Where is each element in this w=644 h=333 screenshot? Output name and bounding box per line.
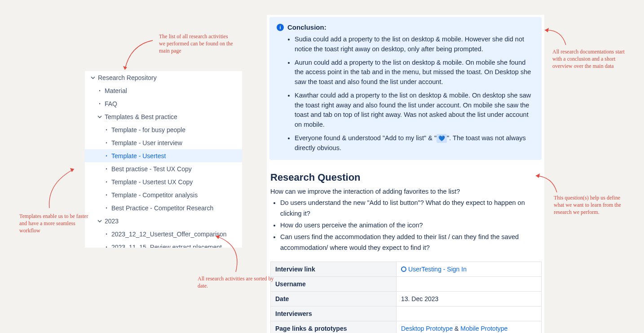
conclusion-item: Kawthar could add a property to the list… — [295, 91, 534, 130]
tree-label: Template - Usertest UX Copy — [110, 178, 193, 186]
bullet-icon: • — [96, 89, 103, 93]
tree-label: Template - Competitor analysis — [110, 191, 198, 199]
annotation: The list of all research activities we p… — [159, 33, 235, 55]
tree-label: FAQ — [103, 100, 117, 107]
tree-label: Material — [103, 87, 127, 94]
tree-item-faq[interactable]: • FAQ — [85, 97, 242, 110]
text: Everyone found & understood "Add to my l… — [295, 134, 437, 142]
table-row: Interviewers — [271, 306, 542, 321]
tree-item[interactable]: • Template - Competitor analysis — [85, 188, 242, 201]
tree-item[interactable]: • Template - for busy people — [85, 123, 242, 136]
tree-item[interactable]: • Best practise - Test UX Copy — [85, 162, 242, 175]
conclusion-item: Aurun could add a property to the list o… — [295, 58, 534, 87]
tree-label: Template - for busy people — [110, 126, 185, 133]
bullet-icon: • — [103, 141, 110, 145]
bullet-icon: • — [103, 232, 110, 236]
text: & — [453, 325, 460, 332]
chevron-down-icon — [96, 115, 103, 119]
tree-label: Template - User interview — [110, 139, 182, 147]
heart-icon: 💙 — [437, 134, 447, 143]
conclusion-title: Conclusion: — [287, 23, 326, 31]
row-label: Page links & prototypes — [271, 321, 397, 333]
table-row: Interview link UserTesting - Sign In — [271, 262, 542, 276]
row-label: Username — [271, 276, 397, 291]
annotation: This question(s) help us define what we … — [554, 194, 630, 216]
arrow-icon — [534, 172, 561, 195]
conclusion-item: Sudia could add a property to the list o… — [295, 35, 534, 54]
tree-item[interactable]: • Template - User interview — [85, 136, 242, 149]
tree-item-year[interactable]: 2023 — [85, 214, 242, 227]
conclusion-callout: i Conclusion: Sudia could add a property… — [269, 17, 542, 160]
usertesting-icon — [401, 266, 406, 272]
bullet-icon: • — [103, 193, 110, 197]
info-table: Interview link UserTesting - Sign In Use… — [270, 262, 542, 333]
arrow-icon — [45, 165, 85, 210]
research-question-heading: Research Question — [270, 172, 541, 183]
annotation: All research activities are sorted by da… — [198, 275, 274, 289]
row-value: UserTesting - Sign In — [397, 262, 542, 276]
tree-label: 2023 — [103, 218, 119, 225]
tree-item[interactable]: • Template - Usertest UX Copy — [85, 175, 242, 188]
info-icon: i — [277, 24, 284, 31]
research-question-item: How do users perceive the animation of t… — [280, 220, 541, 231]
tree-item[interactable]: • Best Practice - Competitor Research — [85, 201, 242, 214]
conclusion-list: Sudia could add a property to the list o… — [295, 35, 534, 153]
research-intro: How can we improve the interaction of ad… — [270, 188, 541, 195]
research-question-list: Do users understand the new "Add to list… — [280, 198, 541, 253]
research-question-item: Do users understand the new "Add to list… — [280, 198, 541, 219]
arrow-icon — [543, 25, 570, 47]
arrow-icon — [121, 36, 157, 76]
conclusion-item: Everyone found & understood "Add to my l… — [295, 133, 534, 153]
tree-item-templates[interactable]: Templates & Best practice — [85, 110, 242, 123]
research-question-item: Can users find the accommodation they ad… — [280, 232, 541, 253]
arrow-icon — [213, 234, 249, 274]
row-value — [397, 306, 542, 321]
sidebar-tree: Research Repository • Material • FAQ Tem… — [85, 71, 242, 248]
tree-label: 2023_12_12_Usertest_Offer_comparison — [110, 231, 227, 238]
bullet-icon: • — [96, 102, 103, 106]
mobile-prototype-link[interactable]: Mobile Prototype — [460, 325, 507, 332]
tree-label: Template - Usertest — [110, 152, 166, 160]
bullet-icon: • — [103, 154, 110, 158]
tree-label: Templates & Best practice — [103, 113, 177, 120]
chevron-down-icon — [89, 75, 97, 80]
bullet-icon: • — [103, 245, 110, 248]
row-value: 13. Dec 2023 — [397, 291, 542, 306]
interview-link[interactable]: UserTesting - Sign In — [408, 266, 467, 273]
desktop-prototype-link[interactable]: Desktop Prototype — [401, 325, 453, 332]
content-panel: i Conclusion: Sudia could add a property… — [267, 15, 544, 333]
row-value — [397, 276, 542, 291]
bullet-icon: • — [103, 180, 110, 184]
table-row: Username — [271, 276, 542, 291]
tree-item-material[interactable]: • Material — [85, 84, 242, 97]
tree-root[interactable]: Research Repository — [85, 71, 242, 84]
tree-label: 2023_11_15_Review extract placement — [110, 244, 222, 248]
table-row: Page links & prototypes Desktop Prototyp… — [271, 321, 542, 333]
bullet-icon: • — [103, 128, 110, 132]
bullet-icon: • — [103, 206, 110, 210]
tree-item-selected[interactable]: • Template - Usertest — [85, 149, 242, 162]
tree-label: Best Practice - Competitor Research — [110, 204, 213, 212]
row-value: Desktop Prototype & Mobile Prototype — [397, 321, 542, 333]
row-label: Interviewers — [271, 306, 397, 321]
row-label: Date — [271, 291, 397, 306]
annotation: Templates enable us to be faster and hav… — [19, 213, 96, 235]
table-row: Date 13. Dec 2023 — [271, 291, 542, 306]
tree-label: Best practise - Test UX Copy — [110, 165, 192, 173]
chevron-down-icon — [96, 219, 103, 223]
row-label: Interview link — [271, 262, 397, 276]
annotation: All research documentations start with a… — [552, 48, 629, 70]
bullet-icon: • — [103, 167, 110, 171]
